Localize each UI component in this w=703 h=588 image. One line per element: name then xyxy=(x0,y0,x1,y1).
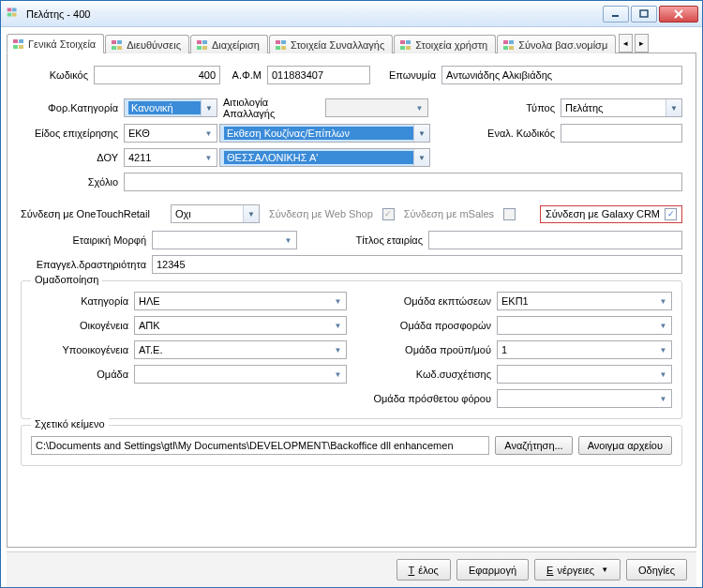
exempt-reason-combo[interactable]: ▼ xyxy=(325,98,428,117)
chevron-down-icon: ▼ xyxy=(655,390,671,407)
dialog-footer: Τέλος Εφαρμογή Ενέργειες▼ Οδηγίες xyxy=(7,551,696,587)
tab-label: Στοιχεία χρήστη xyxy=(415,39,487,51)
grouping-group: Ομαδοποίηση ΚατηγορίαΗΛΕ▼ ΟικογένειαΑΠΚ▼… xyxy=(21,280,682,419)
name-label: Επωνυμία xyxy=(370,69,441,81)
group-combo[interactable]: ▼ xyxy=(134,365,347,384)
otr-link-combo[interactable]: Οχι▼ xyxy=(171,204,260,223)
activity-input[interactable] xyxy=(152,255,682,274)
taxcat-label: Φορ.Κατηγορία xyxy=(21,102,124,113)
svg-rect-19 xyxy=(202,46,207,50)
category-combo[interactable]: ΗΛΕ▼ xyxy=(134,292,347,310)
budget-group-combo[interactable]: 1▼ xyxy=(497,340,672,359)
minimize-button[interactable] xyxy=(603,6,629,23)
svg-rect-30 xyxy=(503,46,508,50)
svg-rect-15 xyxy=(117,46,122,50)
svg-rect-11 xyxy=(19,45,23,49)
chevron-down-icon: ▼ xyxy=(413,149,429,166)
webshop-link-label: Σύνδεση με Web Shop xyxy=(269,208,373,219)
galaxy-crm-highlight: Σύνδεση με Galaxy CRM ✓ xyxy=(540,205,682,223)
chevron-down-icon: ▼ xyxy=(655,341,671,358)
svg-rect-29 xyxy=(509,40,514,44)
business-type-label: Είδος επιχείρησης xyxy=(21,128,124,139)
chevron-down-icon: ▼ xyxy=(655,366,671,383)
tab-transaction-info[interactable]: Στοιχεία Συναλλαγής xyxy=(269,35,393,53)
business-type-combo[interactable]: ΕΚΘ▼ xyxy=(124,124,217,143)
altcode-input[interactable] xyxy=(561,124,682,143)
svg-rect-18 xyxy=(197,46,202,50)
business-type-desc[interactable]: Εκθεση Κουζίνας/Επίπλων▼ xyxy=(219,124,430,143)
galaxy-link-label: Σύνδεση με Galaxy CRM xyxy=(546,208,660,219)
svg-rect-21 xyxy=(281,40,286,44)
close-button[interactable] xyxy=(659,6,698,23)
tab-scroll-right[interactable]: ▸ xyxy=(635,34,649,53)
svg-rect-10 xyxy=(13,45,18,49)
svg-rect-14 xyxy=(112,46,116,50)
chevron-down-icon: ▼ xyxy=(413,125,429,142)
tab-general[interactable]: Γενικά Στοιχεία xyxy=(7,34,104,53)
company-title-input[interactable] xyxy=(428,231,682,249)
budget-group-label: Ομάδα προϋπ/μού xyxy=(356,344,497,355)
open-file-button[interactable]: Ανοιγμα αρχείου xyxy=(578,436,672,455)
webshop-checkbox: ✓ xyxy=(382,208,395,220)
svg-rect-25 xyxy=(406,40,411,44)
otr-link-label: Σύνδεση με OneTouchRetail xyxy=(21,208,161,219)
code-label: Κωδικός xyxy=(21,69,94,81)
svg-rect-16 xyxy=(197,40,202,44)
chevron-down-icon: ▼ xyxy=(330,366,346,383)
chevron-down-icon: ▼ xyxy=(243,205,259,222)
tab-bar: Γενικά Στοιχεία Διευθύνσεις Διαχείριση Σ… xyxy=(7,33,696,53)
company-title-label: Τίτλος εταιρίας xyxy=(297,234,428,246)
help-button[interactable]: Οδηγίες xyxy=(626,559,687,580)
group-label: Ομάδα xyxy=(31,369,134,380)
discount-group-combo[interactable]: ΕΚΠ1▼ xyxy=(497,292,672,310)
tab-icon xyxy=(13,38,24,50)
tab-content-general: Κωδικός Α.Φ.Μ Επωνυμία Φορ.Κατηγορία Καν… xyxy=(7,53,696,548)
svg-rect-2 xyxy=(7,12,12,16)
doy-desc[interactable]: ΘΕΣΣΑΛΟΝΙΚΗΣ Α'▼ xyxy=(219,148,430,167)
company-form-combo[interactable]: ▼ xyxy=(152,231,297,249)
browse-button[interactable]: Αναζήτηση... xyxy=(495,436,572,455)
svg-rect-0 xyxy=(7,8,12,11)
chevron-down-icon: ▼ xyxy=(655,293,671,309)
svg-rect-20 xyxy=(276,40,280,44)
svg-rect-26 xyxy=(400,46,405,50)
svg-rect-9 xyxy=(19,39,23,43)
name-input[interactable] xyxy=(441,66,682,84)
doy-label: ΔΟΥ xyxy=(21,152,124,163)
tab-label: Διευθύνσεις xyxy=(127,39,181,51)
related-text-path[interactable] xyxy=(31,436,489,455)
type-combo[interactable]: Πελάτης▼ xyxy=(561,98,682,117)
subfamily-combo[interactable]: ΑΤ.Ε.▼ xyxy=(134,340,347,359)
tab-user-info[interactable]: Στοιχεία χρήστη xyxy=(394,35,496,53)
addtax-group-combo[interactable]: ▼ xyxy=(497,389,672,408)
maximize-button[interactable] xyxy=(631,6,657,23)
code-input[interactable] xyxy=(94,66,220,84)
app-window: Πελάτης - 400 Γενικά Στοιχεία Διευθύνσει… xyxy=(0,0,703,588)
galaxy-checkbox[interactable]: ✓ xyxy=(665,208,677,220)
tab-scroll-left[interactable]: ◂ xyxy=(619,34,633,53)
svg-rect-5 xyxy=(640,10,648,17)
correlation-code-combo[interactable]: ▼ xyxy=(497,365,672,384)
chevron-down-icon: ▼ xyxy=(666,99,681,116)
taxcat-combo[interactable]: Κανονική▼ xyxy=(124,98,217,117)
family-combo[interactable]: ΑΠΚ▼ xyxy=(134,316,347,335)
close-dialog-button[interactable]: Τέλος xyxy=(396,559,451,580)
svg-rect-28 xyxy=(503,40,508,44)
activity-label: Επαγγελ.δραστηριότητα xyxy=(21,259,152,270)
offer-group-combo[interactable]: ▼ xyxy=(497,316,672,335)
offer-group-label: Ομάδα προσφορών xyxy=(356,320,497,331)
tab-management[interactable]: Διαχείριση xyxy=(190,35,268,53)
apply-button[interactable]: Εφαρμογή xyxy=(456,559,529,580)
doy-combo[interactable]: 4211▼ xyxy=(124,148,217,167)
title-bar[interactable]: Πελάτης - 400 xyxy=(1,1,702,27)
comment-input[interactable] xyxy=(124,173,682,191)
vat-input[interactable] xyxy=(267,66,370,84)
actions-button[interactable]: Ενέργειες▼ xyxy=(534,559,621,580)
svg-rect-22 xyxy=(276,46,280,50)
tab-base-currency-totals[interactable]: Σύνολα βασ.νομίσμ xyxy=(497,35,616,53)
svg-rect-3 xyxy=(12,12,17,16)
tab-label: Διαχείριση xyxy=(212,39,260,51)
tab-addresses[interactable]: Διευθύνσεις xyxy=(105,35,189,53)
chevron-down-icon: ▼ xyxy=(201,125,217,142)
comment-label: Σχόλιο xyxy=(21,176,124,188)
